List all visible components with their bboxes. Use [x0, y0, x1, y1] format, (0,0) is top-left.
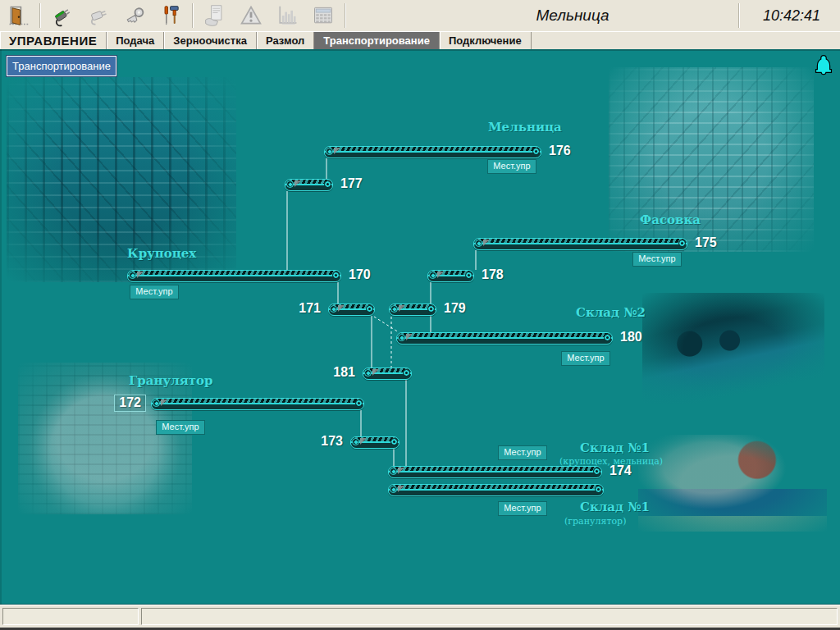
conveyor-roller-right-icon: [403, 369, 410, 377]
conveyor-roller-right-icon: [355, 399, 363, 407]
mimic-area: 176177175170178171179180181172173174Мест…: [0, 49, 840, 605]
chute-icon: [137, 272, 144, 278]
status-bar: [0, 605, 840, 628]
tab-подключение[interactable]: Подключение: [440, 32, 532, 50]
conveyor-roller-right-icon: [427, 305, 435, 313]
chute-icon: [398, 486, 404, 492]
conveyor-number-171: 171: [299, 301, 321, 316]
conveyor-181[interactable]: [363, 368, 412, 380]
local-control-button[interactable]: Мест.упр: [561, 351, 610, 366]
chute-icon: [161, 399, 167, 406]
area-label: Мельница: [488, 120, 562, 135]
conveyor-roller-right-icon: [595, 486, 602, 493]
area-sublabel: (гранулятор): [564, 516, 626, 527]
chute-icon: [360, 438, 367, 445]
conveyor-roller-right-icon: [465, 272, 472, 279]
alarm-triangle-icon: [233, 2, 269, 30]
area-label: Гранулятор: [129, 373, 213, 388]
tab-bar: УПРАВЛЕНИЕПодачаЗерноочисткаРазмолТрансп…: [0, 31, 840, 50]
area-label: Крупоцех: [127, 246, 196, 261]
conveyor-177[interactable]: [285, 179, 333, 191]
conveyor-roller-right-icon: [332, 272, 340, 279]
chute-icon: [372, 369, 379, 376]
tab-подача[interactable]: Подача: [107, 32, 164, 50]
chute-icon: [483, 240, 490, 246]
conveyor-number-173: 173: [321, 434, 343, 449]
chute-icon: [399, 305, 405, 312]
status-panel-left: [2, 608, 139, 625]
area-label: Склад №1: [580, 441, 650, 455]
conveyor-number-181: 181: [333, 365, 355, 380]
tab-размол[interactable]: Размол: [257, 32, 314, 50]
local-control-button[interactable]: Мест.упр: [487, 159, 536, 174]
toolbar-separator: [345, 3, 346, 28]
conveyor-172[interactable]: [151, 398, 364, 410]
conveyor-number-179: 179: [444, 301, 466, 316]
report-hand-icon: [197, 2, 233, 30]
conveyor-179[interactable]: [389, 304, 436, 316]
tools-icon[interactable]: [153, 2, 189, 30]
disconnect-plug-icon: [80, 2, 116, 30]
clock: 10:42:41: [763, 7, 820, 24]
conveyor-number-170: 170: [349, 267, 371, 282]
conveyor-171[interactable]: [328, 304, 375, 316]
conveyor-number-180: 180: [620, 330, 642, 345]
conveyor-roller-left-icon: [475, 240, 482, 247]
key-icon[interactable]: [116, 2, 153, 30]
conveyor-176[interactable]: [324, 146, 541, 158]
alarm-bell-icon[interactable]: [813, 54, 834, 77]
toolbar-separator: [39, 3, 41, 28]
local-control-button[interactable]: Мест.упр: [498, 445, 547, 460]
area-label: Склад №2: [576, 305, 646, 320]
toolbar-icon-group: [0, 0, 349, 31]
conveyor-roller-left-icon: [390, 468, 397, 475]
conveyor-roller-left-icon: [398, 334, 405, 341]
conveyor-173[interactable]: [350, 436, 399, 449]
conveyor-roller-left-icon: [286, 180, 294, 188]
tab-транспортирование[interactable]: Транспортирование: [314, 32, 440, 50]
local-control-button[interactable]: Мест.упр: [130, 285, 179, 299]
conveyor-roller-left-icon: [330, 305, 337, 313]
conveyor-174[interactable]: [388, 466, 602, 478]
conveyor-number-172: 172: [114, 395, 146, 412]
local-control-button[interactable]: Мест.упр: [632, 252, 682, 267]
conveyor-roller-right-icon: [678, 240, 686, 247]
conveyor-sklad1-granulator[interactable]: [388, 484, 604, 496]
conveyor-roller-right-icon: [532, 148, 540, 155]
conveyor-number-176: 176: [549, 144, 571, 158]
area-sublabel: (крупоцех, мельница): [559, 456, 663, 467]
area-label: Фасовка: [640, 212, 701, 227]
chute-icon: [437, 272, 444, 278]
conveyor-170[interactable]: [127, 270, 341, 282]
toolbar-separator: [738, 3, 740, 28]
conveyor-178[interactable]: [427, 270, 474, 282]
conveyor-180[interactable]: [396, 332, 613, 345]
calculator-icon: [305, 2, 341, 30]
conveyor-number-178: 178: [482, 267, 504, 282]
conveyor-roller-left-icon: [429, 272, 436, 279]
toolbar: Мельница 10:42:41: [0, 0, 840, 32]
toolbar-separator: [192, 3, 194, 28]
exit-door-icon[interactable]: [0, 2, 36, 30]
screen-title-button[interactable]: Транспортирование: [7, 56, 116, 76]
histogram-icon: [269, 2, 305, 30]
conveyor-roller-left-icon: [364, 369, 372, 377]
tab-зерноочистка[interactable]: Зерноочистка: [164, 32, 257, 50]
conveyor-roller-right-icon: [366, 305, 373, 313]
window-title: Мельница: [536, 7, 609, 24]
chute-icon: [398, 468, 404, 474]
conveyor-roller-left-icon: [129, 272, 136, 279]
conveyor-175[interactable]: [473, 238, 687, 250]
local-control-button[interactable]: Мест.упр: [498, 501, 547, 516]
area-label: Склад №1: [580, 500, 650, 514]
conveyor-number-175: 175: [695, 235, 717, 250]
tab-управление[interactable]: УПРАВЛЕНИЕ: [0, 32, 107, 50]
chute-icon: [338, 305, 345, 312]
connect-plug-icon[interactable]: [44, 2, 80, 30]
conveyor-number-177: 177: [340, 176, 363, 191]
conveyor-roller-left-icon: [326, 148, 333, 155]
conveyor-diagram: 176177175170178171179180181172173174Мест…: [0, 49, 840, 605]
local-control-button[interactable]: Мест.упр: [156, 420, 205, 435]
chute-icon: [406, 334, 413, 340]
conveyor-roller-left-icon: [352, 438, 359, 445]
